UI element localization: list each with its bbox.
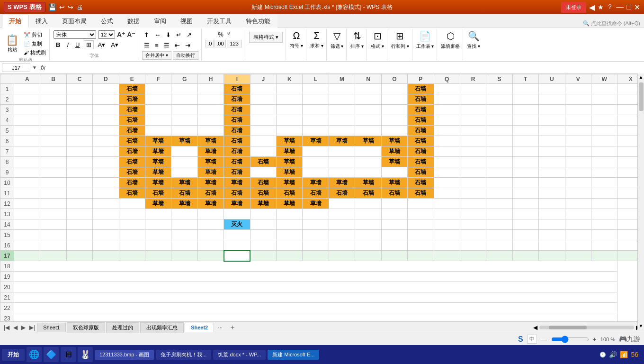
cell-U3[interactable] [539, 105, 565, 115]
cell-F6[interactable]: 草墙 [145, 136, 171, 146]
cell-V5[interactable] [565, 126, 591, 136]
cell-J16[interactable] [250, 240, 276, 251]
cell-S17[interactable] [486, 251, 512, 261]
cell-L8[interactable] [303, 157, 329, 167]
cell-N15[interactable] [355, 230, 381, 240]
cell-U7[interactable] [539, 146, 565, 157]
cell-C7[interactable] [66, 146, 92, 157]
cell-B2[interactable] [40, 94, 66, 105]
scroll-down-button[interactable]: ▼ [638, 322, 644, 329]
tray-icon-1[interactable]: 🔊 [609, 351, 617, 358]
cell-K17[interactable] [277, 251, 303, 261]
cell-B7[interactable] [40, 146, 66, 157]
comma-button[interactable]: ⁸ [226, 30, 231, 38]
cell-I1[interactable]: 石墙 [224, 84, 250, 94]
cell-G3[interactable] [171, 105, 197, 115]
cell-S1[interactable] [486, 84, 512, 94]
lang-indicator[interactable]: 中 [527, 335, 537, 344]
text-wrap-button[interactable]: ↵ [174, 30, 183, 39]
cell-C5[interactable] [66, 126, 92, 136]
cell-W5[interactable] [591, 126, 617, 136]
cut-button[interactable]: ✂️ 剪切 [22, 31, 47, 39]
taskbar-item-rabbit[interactable]: 兔子房刷肉机！我... [156, 350, 211, 360]
cell-P7[interactable]: 石墙 [408, 146, 434, 157]
cell-A11[interactable] [14, 188, 40, 199]
cell-T5[interactable] [512, 126, 538, 136]
row-3[interactable]: 3 [0, 105, 14, 115]
cell-K9[interactable]: 草墙 [277, 167, 303, 178]
help-icon[interactable]: ？ [607, 3, 613, 11]
cell-H5[interactable] [197, 126, 224, 136]
cell-E14[interactable] [119, 219, 145, 230]
cell-B17[interactable] [40, 251, 66, 261]
rowcol-label-btn[interactable]: 行和列 ▾ [391, 43, 409, 50]
cell-K16[interactable] [277, 240, 303, 251]
cell-B15[interactable] [40, 230, 66, 240]
col-C[interactable]: C [66, 74, 92, 84]
cell-T6[interactable] [512, 136, 538, 146]
tab-layout[interactable]: 页面布局 [55, 15, 94, 27]
row-10[interactable]: 10 [0, 178, 14, 188]
cell-A14[interactable] [14, 219, 40, 230]
hscroll-track[interactable] [539, 326, 634, 329]
cell-J1[interactable] [250, 84, 276, 94]
cell-U4[interactable] [539, 115, 565, 126]
cell-P9[interactable]: 石墙 [408, 167, 434, 178]
cell-I12[interactable]: 草墙 [224, 199, 250, 209]
cell-O3[interactable] [381, 105, 407, 115]
cell-Q1[interactable] [434, 84, 460, 94]
cell-A3[interactable] [14, 105, 40, 115]
sort-label-btn[interactable]: 排序 ▾ [350, 43, 364, 50]
cell-N10[interactable]: 草墙 [355, 178, 381, 188]
cell-A12[interactable] [14, 199, 40, 209]
cell-N16[interactable] [355, 240, 381, 251]
cell-B12[interactable] [40, 199, 66, 209]
cell-I9[interactable]: 石墙 [224, 167, 250, 178]
cell-H12[interactable]: 草墙 [197, 199, 224, 209]
cell-U5[interactable] [539, 126, 565, 136]
tab-home[interactable]: 开始 [2, 15, 28, 27]
cell-A15[interactable] [14, 230, 40, 240]
font-color-button[interactable]: A▾ [109, 41, 120, 49]
cell-D16[interactable] [93, 240, 119, 251]
col-K[interactable]: K [277, 74, 303, 84]
cell-U2[interactable] [539, 94, 565, 105]
cell-U16[interactable] [539, 240, 565, 251]
cell-P17[interactable] [408, 251, 434, 261]
cell-C8[interactable] [66, 157, 92, 167]
game-icon[interactable]: 56 [631, 351, 638, 358]
cell-H1[interactable] [197, 84, 224, 94]
cell-V9[interactable] [565, 167, 591, 178]
cell-W9[interactable] [591, 167, 617, 178]
cell-Q17[interactable] [434, 251, 460, 261]
cell-K7[interactable]: 草墙 [277, 146, 303, 157]
cell-Q12[interactable] [434, 199, 460, 209]
cell-I7[interactable]: 石墙 [224, 146, 250, 157]
find-label-btn[interactable]: 查找 ▾ [467, 43, 480, 50]
cell-I14[interactable]: 灭火 [224, 219, 250, 230]
cell-D10[interactable] [93, 178, 119, 188]
cell-V1[interactable] [565, 84, 591, 94]
cell-I6[interactable]: 石墙 [224, 136, 250, 146]
cell-M12[interactable] [329, 199, 355, 209]
cell-F3[interactable] [145, 105, 171, 115]
cell-T8[interactable] [512, 157, 538, 167]
redo-icon[interactable]: ↪ [68, 3, 73, 11]
cell-U1[interactable] [539, 84, 565, 94]
cell-W13[interactable] [591, 209, 617, 219]
row-19[interactable]: 19 [0, 272, 14, 282]
cell-C13[interactable] [66, 209, 92, 219]
underline-button[interactable]: U [73, 40, 82, 49]
cell-R2[interactable] [460, 94, 486, 105]
zoom-in-button[interactable]: + [593, 336, 597, 343]
cell-Q2[interactable] [434, 94, 460, 105]
cell-M14[interactable] [329, 219, 355, 230]
cell-D11[interactable] [93, 188, 119, 199]
cell-J15[interactable] [250, 230, 276, 240]
cell-P11[interactable]: 石墙 [408, 188, 434, 199]
cell-L2[interactable] [303, 94, 329, 105]
cell-C10[interactable] [66, 178, 92, 188]
row-20[interactable]: 20 [0, 282, 14, 292]
cell-T17[interactable] [512, 251, 538, 261]
cell-L14[interactable] [303, 219, 329, 230]
